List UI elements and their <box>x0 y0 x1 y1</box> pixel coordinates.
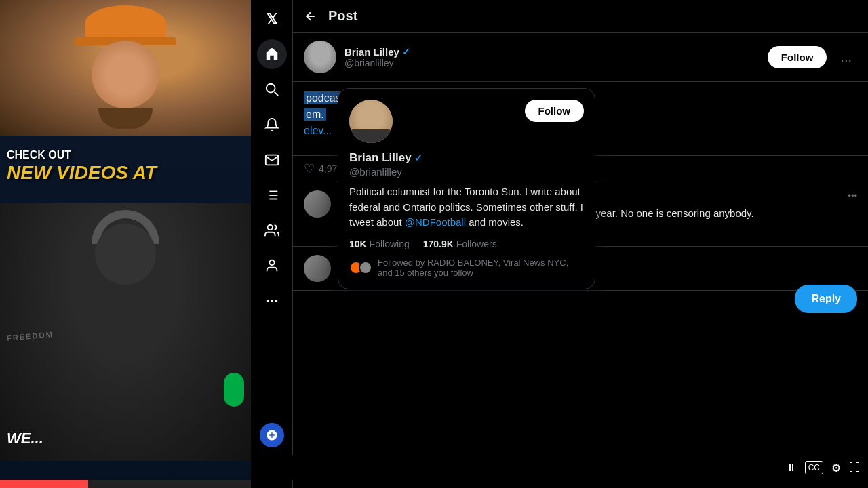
microphone <box>224 373 244 407</box>
tweet-below-more[interactable]: ••• <box>848 190 857 201</box>
followers-stat: 170.9K Followers <box>423 239 497 249</box>
author-avatar <box>304 41 336 73</box>
hover-card-name: Brian Lilley ✓ <box>349 151 584 165</box>
streamer-bottom: FREEDOM <box>0 203 251 461</box>
followed-by-text: Followed by RADIO BALONEY, Viral News NY… <box>378 258 584 278</box>
post-header: Post <box>293 0 868 33</box>
sidebar-item-profile[interactable] <box>257 251 287 281</box>
hover-card-header: Follow <box>349 100 584 143</box>
new-videos-text: NEW VIDEOS AT <box>7 163 157 184</box>
heart-icon: ♡ <box>304 161 315 176</box>
play-pause-button[interactable]: ⏸ <box>786 462 797 474</box>
reply-button[interactable]: Reply <box>795 285 857 313</box>
follow-button-main[interactable]: Follow <box>768 46 827 68</box>
hover-card-handle: @brianlilley <box>349 166 584 178</box>
svg-point-12 <box>275 300 277 302</box>
sidebar-item-search[interactable] <box>257 75 287 104</box>
mention-link[interactable]: @NDFootball <box>405 216 466 228</box>
captions-button[interactable]: CC <box>805 461 823 474</box>
verified-badge: ✓ <box>402 46 410 57</box>
sidebar-item-notifications[interactable] <box>257 110 287 140</box>
like-button[interactable]: ♡ 4,975 <box>304 161 342 176</box>
overlay-text: CHECK OUT NEW VIDEOS AT <box>7 149 157 184</box>
sidebar-item-lists[interactable] <box>257 180 287 210</box>
sidebar-item-compose[interactable] <box>260 423 284 447</box>
tweet-author-row: Brian Lilley ✓ @brianlilley Follow ... <box>293 33 868 82</box>
post-title: Post <box>328 8 357 24</box>
we-text: WE... <box>7 430 43 447</box>
sidebar-item-communities[interactable] <box>257 216 287 245</box>
svg-point-0 <box>266 84 275 93</box>
video-top <box>0 0 251 136</box>
sidebar-item-more[interactable] <box>257 286 287 316</box>
following-stat: 10K Following <box>349 239 410 249</box>
svg-point-8 <box>267 225 272 230</box>
follower-avatar-2 <box>359 261 372 274</box>
check-out-text: CHECK OUT <box>7 149 157 161</box>
twitter-main: Post Brian Lilley ✓ @brianlilley Follow … <box>293 0 868 488</box>
freedom-text: FREEDOM <box>7 330 54 342</box>
sidebar-item-messages[interactable] <box>257 145 287 175</box>
hover-card: Follow Brian Lilley ✓ @brianlilley Polit… <box>338 88 595 289</box>
sidebar-item-home[interactable] <box>257 39 287 69</box>
twitter-sidebar: 𝕏 <box>251 0 293 488</box>
svg-point-11 <box>271 300 273 302</box>
hover-verified-badge: ✓ <box>414 152 422 163</box>
hover-followers-note: Followed by RADIO BALONEY, Viral News NY… <box>349 258 584 278</box>
tweet-next-avatar <box>304 255 331 282</box>
playback-progress <box>0 480 88 488</box>
x-logo: 𝕏 <box>266 11 278 28</box>
hover-card-bio: Political columnist for the Toronto Sun.… <box>349 184 584 230</box>
svg-point-9 <box>269 260 274 265</box>
video-panel: CHECK OUT NEW VIDEOS AT 11AM 1PM 3PM 5PM… <box>0 0 251 488</box>
streamer-face-top <box>0 0 251 136</box>
follower-avatars <box>349 261 372 274</box>
tweet-below-avatar <box>304 190 331 218</box>
hover-card-avatar <box>349 100 393 143</box>
controls-bar: ⏸ CC ⚙ ⛶ <box>251 455 868 480</box>
playback-bar[interactable] <box>0 480 251 488</box>
hover-follow-button[interactable]: Follow <box>525 100 585 122</box>
hover-card-stats: 10K Following 170.9K Followers <box>349 239 584 249</box>
tweet-link[interactable]: elev... <box>304 125 332 136</box>
more-options-button[interactable]: ... <box>835 47 857 68</box>
settings-button[interactable]: ⚙ <box>831 462 841 474</box>
video-bottom: CHECK OUT NEW VIDEOS AT 11AM 1PM 3PM 5PM… <box>0 136 251 488</box>
back-button[interactable] <box>304 9 317 23</box>
author-handle: @brianlilley <box>344 58 760 68</box>
tweet-highlight-2: em. <box>304 108 326 121</box>
author-info: Brian Lilley ✓ @brianlilley <box>344 46 760 68</box>
fullscreen-button[interactable]: ⛶ <box>849 462 860 474</box>
svg-line-1 <box>274 92 278 96</box>
author-name: Brian Lilley ✓ <box>344 46 760 58</box>
svg-point-10 <box>266 300 269 302</box>
